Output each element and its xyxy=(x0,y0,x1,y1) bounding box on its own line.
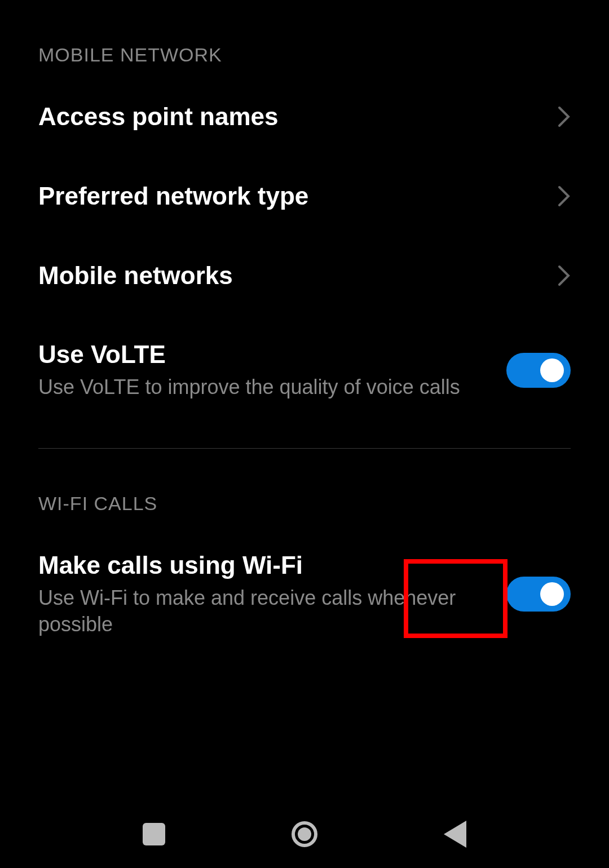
setting-title: Mobile networks xyxy=(38,261,546,291)
triangle-left-icon xyxy=(444,821,466,848)
toggle-knob xyxy=(540,582,564,606)
chevron-right-icon xyxy=(557,185,571,207)
setting-subtitle: Use Wi-Fi to make and receive calls when… xyxy=(38,585,495,638)
section-header-mobile-network: MOBILE NETWORK xyxy=(38,0,571,77)
toggle-knob xyxy=(540,358,564,382)
circle-icon xyxy=(292,821,317,847)
setting-preferred-network-type[interactable]: Preferred network type xyxy=(38,157,571,236)
setting-make-calls-using-wifi[interactable]: Make calls using Wi-Fi Use Wi-Fi to make… xyxy=(38,526,571,662)
setting-title: Use VoLTE xyxy=(38,340,495,370)
setting-title: Access point names xyxy=(38,102,546,132)
setting-mobile-networks[interactable]: Mobile networks xyxy=(38,236,571,316)
setting-title: Make calls using Wi-Fi xyxy=(38,551,495,581)
back-button[interactable] xyxy=(433,812,478,857)
wifi-calling-toggle[interactable] xyxy=(506,577,571,612)
volte-toggle[interactable] xyxy=(506,353,571,388)
setting-title: Preferred network type xyxy=(38,181,546,211)
navigation-bar xyxy=(0,800,609,868)
setting-subtitle: Use VoLTE to improve the quality of voic… xyxy=(38,374,495,401)
home-button[interactable] xyxy=(282,812,327,857)
section-header-wifi-calls: WI-FI CALLS xyxy=(38,449,571,526)
chevron-right-icon xyxy=(557,264,571,287)
chevron-right-icon xyxy=(557,105,571,128)
setting-access-point-names[interactable]: Access point names xyxy=(38,77,571,157)
square-icon xyxy=(143,823,165,845)
setting-use-volte[interactable]: Use VoLTE Use VoLTE to improve the quali… xyxy=(38,315,571,426)
recent-apps-button[interactable] xyxy=(131,812,176,857)
